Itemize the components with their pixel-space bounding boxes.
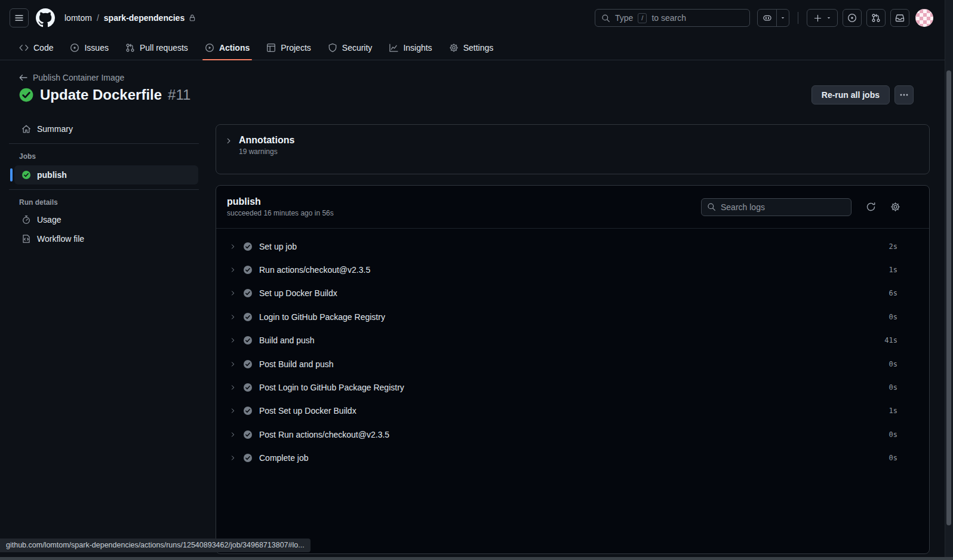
step-row[interactable]: Complete job 0s: [216, 447, 929, 470]
step-name: Run actions/checkout@v2.3.5: [259, 265, 370, 275]
rerun-all-jobs-button[interactable]: Re-run all jobs: [811, 85, 890, 104]
success-check-icon: [21, 170, 31, 180]
step-row[interactable]: Build and push 41s: [216, 329, 929, 352]
chevron-right-icon: [225, 137, 233, 174]
search-logs-field[interactable]: [701, 198, 851, 216]
sidebar-item-usage[interactable]: Usage: [0, 210, 208, 229]
play-circle-icon: [205, 43, 214, 53]
step-name: Set up Docker Buildx: [259, 288, 337, 298]
job-log-title-block: publish succeeded 16 minutes ago in 56s: [227, 196, 334, 217]
success-check-icon: [19, 87, 34, 103]
avatar[interactable]: [915, 9, 933, 27]
chevron-right-icon: [229, 407, 236, 414]
step-row[interactable]: Set up job 2s: [216, 235, 929, 258]
back-to-workflow-link[interactable]: Publish Container Image: [19, 73, 124, 82]
pull-request-icon: [871, 13, 881, 23]
run-title: Update Dockerfile: [40, 87, 162, 103]
step-row[interactable]: Post Run actions/checkout@v2.3.5 0s: [216, 423, 929, 446]
search-placeholder-prefix: Type: [615, 13, 633, 23]
breadcrumb-repo[interactable]: spark-dependencies: [104, 13, 196, 23]
step-duration: 0s: [889, 313, 897, 321]
search-logs-input[interactable]: [721, 202, 846, 212]
step-duration: 1s: [889, 266, 897, 274]
step-success-check-icon: [243, 453, 253, 463]
home-icon: [21, 124, 31, 134]
vertical-scrollbar[interactable]: [945, 0, 953, 560]
sidebar-divider: [9, 143, 199, 144]
job-log-controls: [701, 198, 900, 216]
copilot-icon: [763, 13, 772, 23]
refresh-logs-icon[interactable]: [866, 202, 876, 212]
caret-down-icon: [826, 15, 832, 21]
step-row[interactable]: Login to GitHub Package Registry 0s: [216, 305, 929, 328]
sidebar-item-summary[interactable]: Summary: [0, 119, 208, 139]
hamburger-icon: [14, 13, 24, 23]
step-success-check-icon: [243, 336, 253, 345]
step-row[interactable]: Post Build and push 0s: [216, 352, 929, 376]
step-row[interactable]: Post Set up Docker Buildx 1s: [216, 399, 929, 423]
job-publish-row[interactable]: publish: [14, 165, 198, 184]
tab-actions[interactable]: Actions: [196, 36, 258, 60]
tab-issues[interactable]: Issues: [62, 36, 116, 60]
step-duration: 41s: [884, 336, 897, 344]
inbox-icon: [895, 13, 905, 23]
step-row[interactable]: Post Login to GitHub Package Registry 0s: [216, 376, 929, 399]
inbox-button[interactable]: [890, 9, 909, 27]
copilot-split-button: [757, 9, 789, 27]
step-success-check-icon: [243, 406, 253, 416]
run-header: Publish Container Image Update Dockerfil…: [0, 60, 953, 119]
log-settings-gear-icon[interactable]: [890, 202, 900, 212]
vertical-scrollbar-thumb[interactable]: [946, 70, 951, 525]
copilot-button[interactable]: [758, 10, 777, 26]
stopwatch-icon: [21, 215, 31, 224]
file-code-icon: [21, 234, 31, 244]
run-title-row: Update Dockerfile #11: [19, 87, 190, 103]
run-content: Annotations 19 warnings publish succeede…: [216, 124, 930, 174]
tab-insights[interactable]: Insights: [380, 36, 440, 60]
issues-dashboard-button[interactable]: [843, 9, 862, 27]
step-duration: 1s: [889, 407, 897, 415]
selected-job-indicator: [10, 168, 13, 181]
breadcrumb: lomtom / spark-dependencies: [64, 13, 196, 23]
top-bar-divider: [798, 12, 798, 24]
step-row[interactable]: Set up Docker Buildx 6s: [216, 282, 929, 305]
plus-icon: [813, 14, 822, 23]
annotations-card[interactable]: Annotations 19 warnings: [216, 124, 930, 174]
step-name: Set up job: [259, 242, 297, 251]
chevron-right-icon: [229, 313, 236, 321]
step-name: Complete job: [259, 453, 309, 463]
run-options-button[interactable]: [894, 85, 914, 104]
chevron-right-icon: [229, 290, 236, 297]
step-name: Post Set up Docker Buildx: [259, 406, 356, 416]
run-details-section-label: Run details: [0, 195, 208, 210]
tab-code[interactable]: Code: [11, 36, 62, 60]
pull-requests-dashboard-button[interactable]: [866, 9, 886, 27]
step-success-check-icon: [243, 242, 253, 251]
breadcrumb-owner[interactable]: lomtom: [64, 13, 92, 23]
step-row[interactable]: Run actions/checkout@v2.3.5 1s: [216, 258, 929, 281]
chevron-right-icon: [229, 384, 236, 391]
sidebar-divider: [9, 189, 199, 190]
global-search-input[interactable]: Type / to search: [595, 9, 750, 27]
search-icon: [601, 14, 610, 23]
tab-settings[interactable]: Settings: [441, 36, 502, 60]
sidebar-item-workflow-file[interactable]: Workflow file: [0, 229, 208, 248]
tab-security[interactable]: Security: [319, 36, 381, 60]
annotations-warning-count: 19 warnings: [239, 147, 294, 156]
horizontal-scrollbar[interactable]: [0, 557, 953, 560]
job-log-header: publish succeeded 16 minutes ago in 56s: [216, 186, 929, 229]
hamburger-menu-button[interactable]: [10, 8, 29, 27]
copilot-menu-button[interactable]: [777, 10, 789, 26]
tab-projects[interactable]: Projects: [258, 36, 319, 60]
github-logo[interactable]: [36, 8, 55, 27]
step-duration: 0s: [889, 360, 897, 368]
create-new-button[interactable]: [807, 9, 838, 27]
chevron-right-icon: [229, 454, 236, 461]
table-icon: [266, 43, 276, 53]
breadcrumb-separator: /: [97, 13, 99, 23]
tab-pull-requests[interactable]: Pull requests: [117, 36, 196, 60]
job-log-card: publish succeeded 16 minutes ago in 56s …: [216, 185, 930, 554]
sidebar-job-publish: publish: [10, 165, 198, 184]
arrow-left-icon: [19, 73, 28, 82]
step-success-check-icon: [243, 383, 253, 392]
